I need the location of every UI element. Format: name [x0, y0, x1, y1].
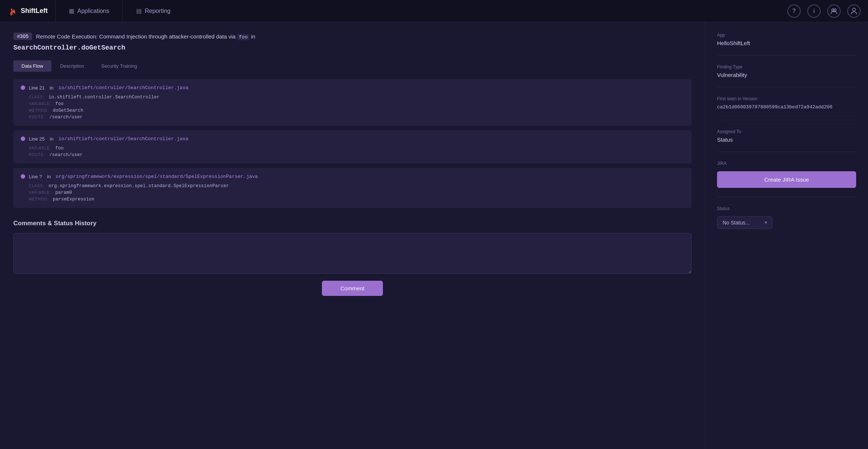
code-block-1-route-label: Route:	[29, 115, 45, 119]
reporting-icon: ▤	[136, 7, 142, 14]
help-button[interactable]: ?	[787, 4, 801, 18]
detail-jira: JIRA Create JIRA Issue	[717, 161, 856, 197]
svg-point-2	[852, 8, 855, 11]
code-block-3-line: Line ?	[29, 174, 42, 179]
nav-tab-reporting-label: Reporting	[145, 8, 170, 14]
nav-tab-reporting[interactable]: ▤ Reporting	[122, 0, 184, 22]
first-seen-label: First seen in Version	[717, 96, 856, 101]
brand-name: ShiftLeft	[21, 7, 48, 15]
team-button[interactable]	[827, 4, 841, 18]
code-block-1-class-line: Class: io.shiftleft.controller.SearchCon…	[29, 94, 684, 100]
code-block-1-in: in	[48, 85, 55, 91]
code-block-3-var-value: param0	[55, 190, 72, 195]
code-block-3-class-value: org.springframework.expression.spel.stan…	[48, 183, 229, 189]
nav-tab-applications[interactable]: ▦ Applications	[55, 0, 122, 22]
issue-number: #305	[13, 33, 32, 40]
code-block-1-meta: Class: io.shiftleft.controller.SearchCon…	[21, 94, 684, 120]
comment-textarea[interactable]	[13, 233, 692, 274]
code-block-1-file[interactable]: io/shiftleft/controller/SearchController…	[58, 85, 188, 91]
info-button[interactable]: i	[807, 4, 821, 18]
code-block-3-in: in	[46, 174, 52, 179]
comments-title: Comments & Status History	[13, 220, 692, 227]
detail-status: Status No Status... Open Fixed False Pos…	[717, 206, 856, 229]
app-label: App	[717, 33, 856, 38]
code-block-1-method-label: Method:	[29, 108, 48, 112]
code-block-2-route-label: Route:	[29, 153, 45, 157]
detail-assigned-to: Assigned To Status	[717, 129, 856, 152]
status-label: Status	[717, 206, 856, 211]
tab-security-training[interactable]: Security Training	[93, 60, 145, 72]
status-select-wrapper: No Status... Open Fixed False Positive ▼	[717, 216, 773, 229]
code-block-1-line: Line 21	[29, 85, 45, 91]
assigned-to-label: Assigned To	[717, 129, 856, 134]
svg-point-1	[834, 9, 836, 11]
code-block-3: Line ? in org/springframework/expression…	[13, 168, 692, 208]
code-block-1-class-value: io.shiftleft.controller.SearchController	[48, 95, 159, 100]
code-block-2-route-line: Route: /search/user	[29, 152, 684, 158]
logo-icon	[7, 6, 18, 16]
code-block-2-meta: Variable: foo Route: /search/user	[21, 145, 684, 158]
code-block-3-method-label: Method:	[29, 197, 48, 201]
team-icon	[831, 8, 837, 14]
code-block-1-var-value: foo	[55, 101, 64, 107]
code-block-1-class-label: Class:	[29, 95, 44, 99]
code-block-3-class-line: Class: org.springframework.expression.sp…	[29, 183, 684, 189]
code-block-3-file[interactable]: org/springframework/expression/spel/stan…	[56, 174, 258, 179]
code-block-3-method-value: parseExpression	[53, 197, 95, 202]
finding-type-value: Vulnerability	[717, 72, 856, 78]
top-navigation: ShiftLeft ▦ Applications ▤ Reporting ? i	[0, 0, 868, 22]
applications-icon: ▦	[69, 7, 74, 14]
comment-button[interactable]: Comment	[322, 281, 383, 296]
issue-title-text: Remote Code Execution: Command Injection…	[36, 33, 255, 41]
code-block-3-var-line: Variable: param0	[29, 190, 684, 195]
code-block-2-header: Line 25 in io/shiftleft/controller/Searc…	[21, 136, 684, 142]
jira-label: JIRA	[717, 161, 856, 166]
code-block-3-header: Line ? in org/springframework/expression…	[21, 174, 684, 179]
svg-point-0	[832, 9, 834, 11]
code-block-1: Line 21 in io/shiftleft/controller/Searc…	[13, 79, 692, 126]
code-block-2-route-value: /search/user	[49, 152, 83, 158]
detail-first-seen: First seen in Version ca2b1d060039787880…	[717, 96, 856, 120]
main-layout: #305 Remote Code Execution: Command Inje…	[0, 22, 868, 449]
issue-title-suffix: in	[251, 33, 255, 40]
code-block-2-var-line: Variable: foo	[29, 145, 684, 151]
code-block-2-in: in	[48, 136, 55, 142]
code-block-1-var-label: Variable:	[29, 102, 51, 106]
issue-method: SearchController.doGetSearch	[13, 44, 692, 51]
create-jira-button[interactable]: Create JIRA Issue	[717, 171, 856, 188]
finding-type-label: Finding Type	[717, 64, 856, 70]
comment-btn-row: Comment	[13, 281, 692, 296]
code-block-3-class-label: Class:	[29, 184, 44, 188]
code-block-1-route-value: /search/user	[49, 115, 83, 120]
status-select[interactable]: No Status... Open Fixed False Positive	[717, 216, 773, 229]
assigned-to-value: Status	[717, 136, 856, 143]
code-block-3-var-label: Variable:	[29, 190, 51, 195]
tab-bar: Data Flow Description Security Training	[13, 60, 692, 72]
issue-title-row: #305 Remote Code Execution: Command Inje…	[13, 33, 692, 41]
detail-app: App HelloShiftLeft	[717, 33, 856, 55]
tab-description[interactable]: Description	[52, 60, 92, 72]
code-block-2-var-label: Variable:	[29, 146, 51, 150]
right-panel: App HelloShiftLeft Finding Type Vulnerab…	[705, 22, 868, 449]
code-block-1-method-value: doGetSearch	[53, 108, 84, 113]
code-block-2: Line 25 in io/shiftleft/controller/Searc…	[13, 130, 692, 163]
issue-title-code: foo	[237, 34, 249, 40]
code-block-1-var-line: Variable: foo	[29, 101, 684, 107]
code-block-1-route-line: Route: /search/user	[29, 114, 684, 120]
code-block-3-method-line: Method: parseExpression	[29, 196, 684, 202]
code-block-2-file[interactable]: io/shiftleft/controller/SearchController…	[58, 136, 188, 142]
nav-actions: ? i	[787, 4, 861, 18]
profile-icon	[851, 8, 857, 14]
tab-data-flow[interactable]: Data Flow	[13, 60, 51, 72]
code-block-1-method-line: Method: doGetSearch	[29, 108, 684, 113]
left-panel: #305 Remote Code Execution: Command Inje…	[0, 22, 705, 449]
code-block-2-line: Line 25	[29, 136, 45, 142]
profile-button[interactable]	[847, 4, 861, 18]
issue-title-prefix: Remote Code Execution: Command Injection…	[36, 33, 235, 40]
detail-finding-type: Finding Type Vulnerability	[717, 64, 856, 87]
code-block-2-dot	[21, 136, 25, 141]
brand-logo[interactable]: ShiftLeft	[7, 6, 48, 16]
code-block-2-var-value: foo	[55, 146, 64, 151]
nav-tabs: ▦ Applications ▤ Reporting	[55, 0, 184, 22]
code-block-1-dot	[21, 85, 25, 90]
